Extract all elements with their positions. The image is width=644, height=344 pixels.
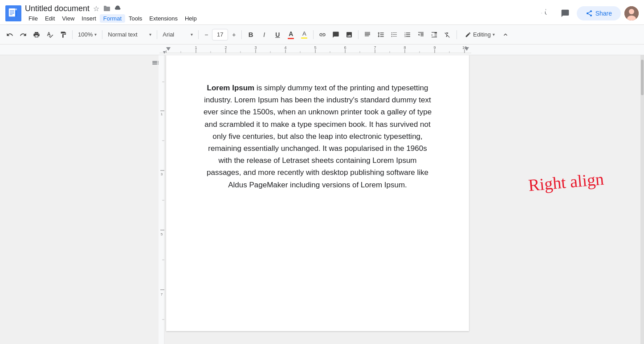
menu-bar: File Edit View Insert Format Tools Exten…: [25, 14, 538, 23]
undo-button[interactable]: [4, 28, 16, 41]
svg-text:3: 3: [254, 45, 257, 50]
lorem-ipsum-bold: Lorem Ipsum: [207, 84, 255, 92]
separator-8: [457, 30, 457, 39]
font-color-indicator: [288, 38, 294, 39]
title-bar: Untitled document ☆ File Edit View Inser…: [0, 0, 644, 25]
menu-help[interactable]: Help: [181, 14, 200, 23]
svg-rect-1: [9, 8, 15, 16]
svg-text:7: 7: [161, 292, 163, 296]
editing-mode-expand-icon: ▾: [493, 32, 495, 37]
decrease-indent-button[interactable]: [415, 28, 427, 41]
font-size-control: − +: [201, 29, 239, 40]
menu-insert[interactable]: Insert: [78, 14, 100, 23]
style-value: Normal text: [108, 31, 137, 38]
separator-5: [241, 30, 242, 39]
svg-text:3: 3: [161, 172, 163, 176]
main-content: 1 1 3 5 7 Lorem Ipsum is simply dummy te…: [0, 55, 644, 344]
page-content[interactable]: Lorem Ipsum is simply dummy text of the …: [202, 82, 433, 191]
folder-icon[interactable]: [103, 4, 111, 12]
svg-text:8: 8: [404, 45, 406, 50]
numbered-list-button[interactable]: [401, 28, 414, 41]
history-button[interactable]: [538, 5, 554, 21]
separator-7: [358, 30, 359, 39]
svg-point-16: [629, 9, 634, 14]
chat-button[interactable]: [557, 5, 573, 21]
svg-line-14: [588, 12, 590, 13]
star-icon[interactable]: ☆: [92, 4, 100, 12]
right-align-annotation: Right align: [527, 169, 604, 195]
title-row: Untitled document ☆: [25, 4, 538, 13]
editing-mode-label: Editing: [473, 31, 491, 38]
separator-2: [102, 30, 102, 39]
menu-edit[interactable]: Edit: [41, 14, 58, 23]
svg-text:1: 1: [161, 112, 163, 116]
vertical-ruler: 1 1 3 5 7: [159, 55, 165, 344]
svg-text:4: 4: [284, 45, 286, 50]
align-button[interactable]: [361, 28, 374, 41]
print-button[interactable]: [30, 28, 43, 41]
style-dropdown[interactable]: Normal text ▾: [105, 28, 154, 41]
link-button[interactable]: [316, 28, 329, 41]
bullets-button[interactable]: [388, 28, 400, 41]
bold-button[interactable]: B: [245, 28, 257, 41]
clear-formatting-button[interactable]: [441, 28, 454, 41]
vertical-scrollbar[interactable]: [640, 55, 644, 344]
left-gutter: 1 1 3 5 7: [0, 55, 165, 344]
comment-button[interactable]: [330, 28, 342, 41]
right-controls: Share: [538, 5, 639, 21]
avatar[interactable]: [624, 6, 639, 20]
toolbar: 100% ▾ Normal text ▾ Arial ▾ − + B I U A: [0, 25, 644, 45]
menu-format[interactable]: Format: [100, 14, 125, 23]
font-dropdown[interactable]: Arial ▾: [160, 28, 196, 41]
paintformat-button[interactable]: [57, 28, 69, 41]
increase-font-button[interactable]: +: [229, 30, 239, 40]
font-size-input[interactable]: [212, 29, 228, 40]
separator-4: [198, 30, 199, 39]
font-color-button[interactable]: A: [285, 28, 297, 41]
expand-button[interactable]: [499, 28, 512, 41]
separator-3: [157, 30, 157, 39]
italic-button[interactable]: I: [258, 28, 270, 41]
menu-tools[interactable]: Tools: [125, 14, 146, 23]
line-spacing-button[interactable]: [375, 28, 387, 41]
share-button[interactable]: Share: [577, 6, 621, 20]
svg-point-12: [590, 15, 591, 16]
image-button[interactable]: [343, 28, 355, 41]
highlight-color-indicator: [301, 37, 307, 39]
font-value: Arial: [163, 31, 174, 38]
menu-view[interactable]: View: [58, 14, 78, 23]
svg-text:6: 6: [344, 45, 346, 50]
decrease-font-button[interactable]: −: [201, 30, 211, 40]
separator-1: [72, 30, 73, 39]
svg-text:9: 9: [433, 45, 436, 50]
cloud-icon[interactable]: [114, 4, 122, 12]
svg-text:5: 5: [314, 45, 316, 50]
underline-button[interactable]: U: [271, 28, 284, 41]
title-section: Untitled document ☆ File Edit View Inser…: [25, 4, 538, 23]
document-area[interactable]: Lorem Ipsum is simply dummy text of the …: [165, 55, 470, 344]
menu-extensions[interactable]: Extensions: [146, 14, 181, 23]
svg-point-11: [587, 12, 588, 14]
document-title[interactable]: Untitled document: [25, 4, 90, 13]
spellcheck-button[interactable]: [44, 28, 56, 41]
zoom-dropdown[interactable]: 100% ▾: [75, 28, 99, 41]
font-expand-icon: ▾: [191, 32, 193, 37]
menu-file[interactable]: File: [25, 14, 41, 23]
document-page: Lorem Ipsum is simply dummy text of the …: [166, 55, 469, 331]
scroll-thumb[interactable]: [641, 60, 644, 95]
right-area: Right align: [470, 55, 644, 344]
editing-mode-dropdown[interactable]: Editing ▾: [461, 28, 498, 41]
svg-point-10: [590, 10, 591, 12]
redo-button[interactable]: [17, 28, 29, 41]
increase-indent-button[interactable]: [428, 28, 440, 41]
svg-text:2: 2: [224, 45, 227, 50]
svg-marker-18: [163, 51, 166, 54]
svg-marker-51: [166, 47, 171, 51]
svg-text:5: 5: [161, 232, 163, 236]
highlight-button[interactable]: A: [298, 28, 310, 41]
svg-text:7: 7: [374, 45, 376, 50]
svg-rect-9: [15, 10, 17, 16]
ruler: 1 2 3 4 5 6 7 8 9 10: [0, 45, 644, 55]
style-expand-icon: ▾: [149, 32, 151, 37]
separator-6: [313, 30, 314, 39]
